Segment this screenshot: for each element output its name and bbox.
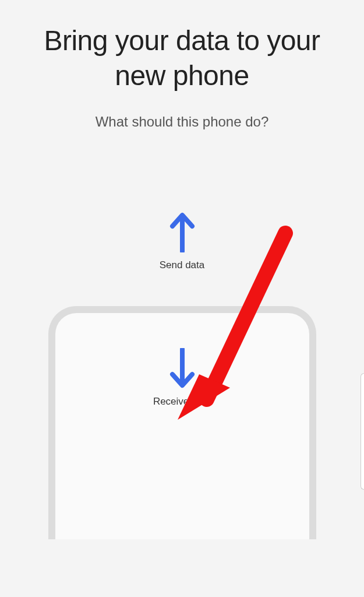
receive-data-button[interactable]: Receive data — [48, 306, 316, 539]
page-subtitle: What should this phone do? — [17, 114, 347, 130]
page-title: Bring your data to your new phone — [17, 23, 347, 93]
send-data-button[interactable]: Send data — [17, 212, 347, 271]
arrow-down-icon — [168, 348, 197, 389]
send-data-label: Send data — [160, 259, 205, 271]
edge-panel-hint[interactable] — [361, 373, 364, 490]
main-container: Bring your data to your new phone What s… — [0, 0, 364, 597]
receive-data-label: Receive data — [153, 396, 211, 408]
arrow-up-icon — [168, 212, 197, 252]
